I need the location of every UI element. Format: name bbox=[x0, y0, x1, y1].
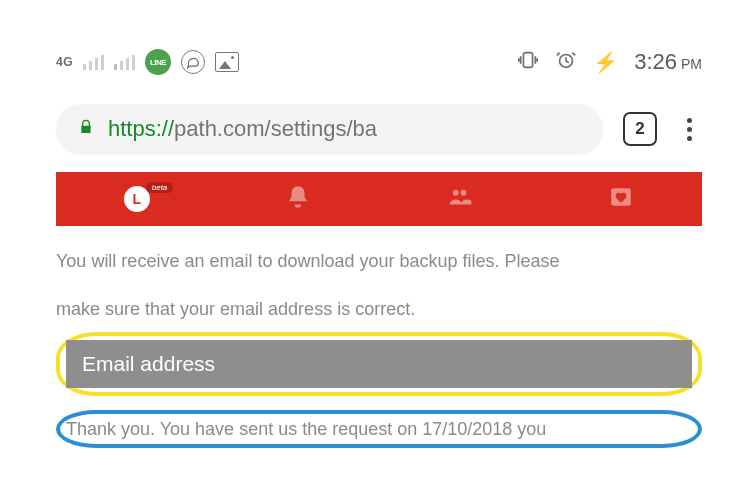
lock-icon bbox=[78, 118, 94, 140]
email-field[interactable]: Email address bbox=[66, 340, 692, 388]
heart-box-icon bbox=[608, 184, 634, 210]
overflow-menu-button[interactable] bbox=[677, 114, 702, 145]
info-text-line2: make sure that your email address is cor… bbox=[56, 300, 702, 318]
time-ampm: PM bbox=[681, 56, 702, 72]
time-value: 3:26 bbox=[634, 49, 677, 75]
browser-toolbar: https://path.com/settings/ba 2 bbox=[56, 104, 702, 154]
confirmation-text: Thank you. You have sent us the request … bbox=[66, 420, 692, 438]
picture-icon bbox=[215, 52, 239, 72]
tab-switcher-button[interactable]: 2 bbox=[623, 112, 657, 146]
info-text-line1: You will receive an email to download yo… bbox=[56, 252, 702, 270]
signal-bars-1-icon bbox=[83, 55, 104, 70]
whatsapp-icon bbox=[181, 50, 205, 74]
signal-bars-2-icon bbox=[114, 55, 135, 70]
omnibox[interactable]: https://path.com/settings/ba bbox=[56, 104, 603, 154]
beta-badge: beta bbox=[146, 182, 174, 193]
nav-friends[interactable] bbox=[447, 184, 473, 214]
highlight-blue: Thank you. You have sent us the request … bbox=[56, 410, 702, 448]
charging-bolt-icon: ⚡ bbox=[593, 50, 618, 74]
url-text: https://path.com/settings/ba bbox=[108, 116, 377, 142]
alarm-icon bbox=[555, 49, 577, 75]
app-top-nav: L beta bbox=[56, 172, 702, 226]
nav-notifications[interactable] bbox=[285, 184, 311, 214]
url-path: path.com/settings/ba bbox=[174, 116, 377, 141]
bell-icon bbox=[285, 184, 311, 210]
vibrate-icon bbox=[517, 49, 539, 75]
nav-home[interactable]: L beta bbox=[124, 186, 150, 212]
highlight-yellow: Email address bbox=[56, 332, 702, 396]
line-app-icon: LINE bbox=[145, 49, 171, 75]
network-4g-label: 4G bbox=[56, 55, 73, 69]
status-bar: 4G LINE ⚡ 3:26 PM bbox=[56, 48, 702, 76]
url-scheme: https:// bbox=[108, 116, 174, 141]
clock-time: 3:26 PM bbox=[634, 49, 702, 75]
nav-favorites[interactable] bbox=[608, 184, 634, 214]
svg-rect-0 bbox=[524, 53, 533, 68]
people-icon bbox=[447, 184, 473, 210]
